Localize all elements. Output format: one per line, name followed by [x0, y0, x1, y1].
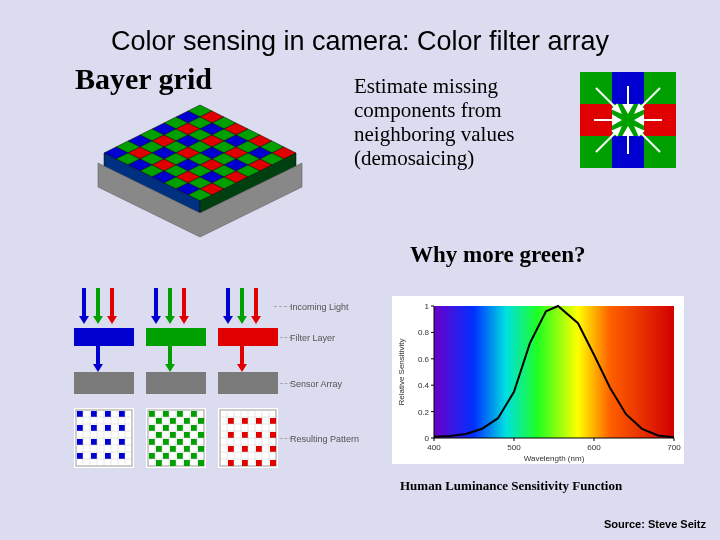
svg-rect-81 — [163, 425, 169, 431]
result-pattern-red — [218, 408, 278, 468]
svg-rect-49 — [77, 439, 83, 445]
svg-marker-15 — [636, 116, 643, 124]
svg-rect-103 — [198, 460, 204, 466]
svg-rect-48 — [119, 425, 125, 431]
svg-marker-23 — [151, 316, 161, 324]
svg-marker-31 — [237, 316, 247, 324]
svg-text:0.2: 0.2 — [418, 408, 430, 417]
svg-marker-21 — [107, 316, 117, 324]
svg-rect-53 — [77, 453, 83, 459]
svg-text:500: 500 — [507, 443, 521, 452]
svg-rect-101 — [170, 460, 176, 466]
svg-text:600: 600 — [587, 443, 601, 452]
svg-rect-77 — [170, 418, 176, 424]
result-pattern-blue — [74, 408, 134, 468]
svg-marker-33 — [251, 316, 261, 324]
svg-marker-19 — [93, 316, 103, 324]
svg-marker-9 — [624, 105, 632, 112]
svg-rect-82 — [177, 425, 183, 431]
svg-rect-85 — [170, 432, 176, 438]
why-more-green-label: Why more green? — [410, 242, 585, 268]
svg-marker-25 — [165, 316, 175, 324]
bayer-grid-3d-figure — [80, 95, 320, 250]
svg-marker-27 — [179, 316, 189, 324]
svg-rect-94 — [184, 446, 190, 452]
svg-text:Wavelength (nm): Wavelength (nm) — [524, 454, 585, 463]
svg-rect-45 — [77, 425, 83, 431]
svg-text:0: 0 — [425, 434, 430, 443]
svg-marker-37 — [165, 364, 175, 372]
svg-rect-42 — [91, 411, 97, 417]
svg-rect-46 — [91, 425, 97, 431]
svg-rect-88 — [149, 439, 155, 445]
sensitivity-caption: Human Luminance Sensitivity Function — [400, 478, 622, 494]
result-pattern-green — [146, 408, 206, 468]
svg-rect-149 — [434, 306, 674, 438]
svg-rect-54 — [91, 453, 97, 459]
svg-rect-96 — [149, 453, 155, 459]
svg-rect-126 — [270, 432, 276, 438]
svg-rect-124 — [242, 432, 248, 438]
svg-rect-122 — [270, 418, 276, 424]
svg-marker-35 — [93, 364, 103, 372]
svg-rect-44 — [119, 411, 125, 417]
svg-rect-132 — [242, 460, 248, 466]
svg-rect-130 — [270, 446, 276, 452]
svg-text:400: 400 — [427, 443, 441, 452]
svg-text:Relative Sensitivity: Relative Sensitivity — [397, 338, 406, 405]
svg-rect-95 — [198, 446, 204, 452]
svg-rect-123 — [228, 432, 234, 438]
svg-rect-83 — [191, 425, 197, 431]
sensor-array-label: Sensor Array — [290, 379, 342, 389]
svg-rect-47 — [105, 425, 111, 431]
svg-rect-56 — [119, 453, 125, 459]
luminance-sensitivity-chart: 00.20.40.60.81400500600700Relative Sensi… — [392, 296, 684, 464]
svg-rect-127 — [228, 446, 234, 452]
svg-rect-43 — [105, 411, 111, 417]
filter-layer-diagram: Incoming Light Filter Layer Sensor Array — [74, 288, 374, 488]
source-attribution: Source: Steve Seitz — [604, 518, 706, 530]
svg-marker-39 — [237, 364, 247, 372]
svg-rect-102 — [184, 460, 190, 466]
slide-subtitle: Bayer grid — [75, 62, 212, 96]
svg-rect-134 — [270, 460, 276, 466]
svg-rect-55 — [105, 453, 111, 459]
svg-rect-74 — [177, 411, 183, 417]
svg-text:0.6: 0.6 — [418, 355, 430, 364]
svg-text:0.4: 0.4 — [418, 381, 430, 390]
svg-rect-119 — [228, 418, 234, 424]
svg-rect-72 — [149, 411, 155, 417]
svg-rect-86 — [184, 432, 190, 438]
svg-marker-11 — [624, 128, 632, 135]
svg-rect-80 — [149, 425, 155, 431]
svg-rect-73 — [163, 411, 169, 417]
svg-marker-17 — [79, 316, 89, 324]
svg-marker-29 — [223, 316, 233, 324]
svg-rect-92 — [156, 446, 162, 452]
svg-rect-128 — [242, 446, 248, 452]
svg-rect-120 — [242, 418, 248, 424]
resulting-pattern-label: Resulting Pattern — [290, 434, 359, 444]
svg-rect-87 — [198, 432, 204, 438]
svg-text:1: 1 — [425, 302, 430, 311]
svg-rect-51 — [105, 439, 111, 445]
svg-rect-76 — [156, 418, 162, 424]
svg-rect-125 — [256, 432, 262, 438]
svg-text:700: 700 — [667, 443, 681, 452]
svg-marker-13 — [613, 116, 620, 124]
incoming-light-label: Incoming Light — [290, 302, 349, 312]
svg-rect-89 — [163, 439, 169, 445]
filter-layer-label: Filter Layer — [290, 333, 335, 343]
svg-rect-98 — [177, 453, 183, 459]
svg-rect-52 — [119, 439, 125, 445]
svg-rect-75 — [191, 411, 197, 417]
svg-text:0.8: 0.8 — [418, 328, 430, 337]
demosaicing-diagram — [580, 72, 676, 168]
svg-rect-131 — [228, 460, 234, 466]
svg-rect-84 — [156, 432, 162, 438]
svg-rect-93 — [170, 446, 176, 452]
svg-rect-133 — [256, 460, 262, 466]
demosaicing-description: Estimate missing components from neighbo… — [354, 74, 584, 171]
svg-rect-100 — [156, 460, 162, 466]
svg-rect-79 — [198, 418, 204, 424]
